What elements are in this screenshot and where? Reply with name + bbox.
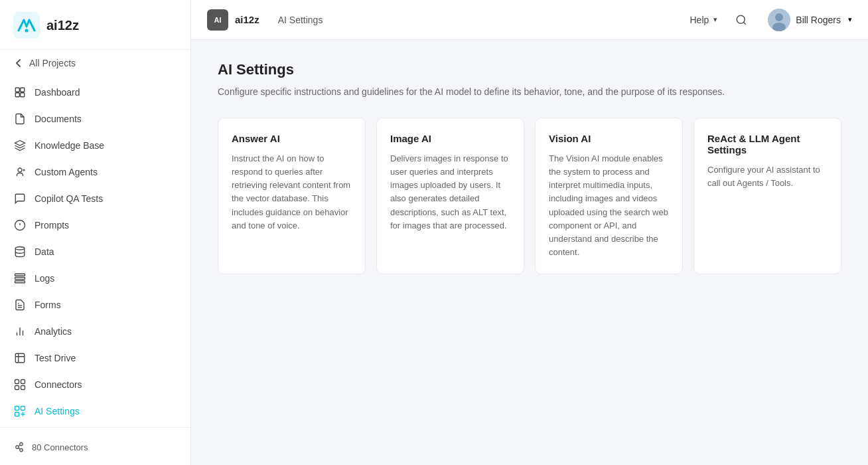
sidebar-item-ai-settings[interactable]: AI Settings [0, 398, 190, 424]
ai12z-logo [13, 12, 40, 39]
ai-settings-label: AI Settings [35, 406, 80, 417]
connectors-footer-icon [13, 441, 25, 453]
main-area: AI ai12z AI Settings Help ▾ Bill Rogers … [191, 0, 868, 465]
react-llm-title: ReAct & LLM Agent Settings [707, 133, 828, 155]
analytics-label: Analytics [35, 326, 72, 337]
forms-icon [13, 298, 27, 312]
image-ai-card[interactable]: Image AI Delivers images in response to … [376, 118, 524, 274]
react-llm-card[interactable]: ReAct & LLM Agent Settings Configure you… [693, 118, 841, 274]
svg-point-1 [25, 29, 29, 33]
svg-rect-25 [15, 386, 19, 390]
data-label: Data [35, 246, 54, 257]
svg-rect-27 [15, 407, 19, 411]
username-label: Bill Rogers [796, 15, 841, 25]
dashboard-icon [13, 86, 27, 99]
svg-rect-4 [15, 93, 19, 97]
custom-agents-label: Custom Agents [35, 167, 98, 177]
image-ai-title: Image AI [390, 133, 510, 144]
sidebar-item-dashboard[interactable]: Dashboard [0, 79, 190, 106]
answer-ai-title: Answer AI [232, 133, 352, 144]
back-label: All Projects [29, 58, 76, 68]
logs-label: Logs [35, 273, 54, 284]
sidebar-item-forms[interactable]: Forms [0, 292, 190, 318]
image-ai-body: Delivers images in response to user quer… [390, 152, 510, 232]
page-description: Configure specific instructions and guid… [218, 85, 762, 99]
knowledge-base-icon [13, 139, 27, 152]
test-drive-icon [13, 351, 27, 365]
svg-rect-16 [15, 281, 25, 283]
sidebar-item-documents[interactable]: Documents [0, 106, 190, 132]
sidebar-item-logs[interactable]: Logs [0, 265, 190, 292]
page-title: AI Settings [218, 61, 841, 78]
svg-rect-26 [21, 386, 25, 390]
search-button[interactable] [729, 8, 753, 32]
sidebar-nav: Dashboard Documents Knowledge Base Custo… [0, 76, 190, 427]
svg-rect-2 [15, 88, 19, 92]
project-name: ai12z [235, 14, 259, 25]
documents-label: Documents [35, 114, 82, 124]
documents-icon [13, 112, 27, 126]
logo-area: ai12z [0, 0, 190, 50]
svg-rect-29 [15, 413, 19, 417]
sidebar-item-custom-agents[interactable]: Custom Agents [0, 159, 190, 185]
svg-rect-24 [21, 380, 25, 384]
ai-settings-icon [13, 405, 27, 418]
topbar: AI ai12z AI Settings Help ▾ Bill Rogers … [191, 0, 868, 40]
data-icon [13, 245, 27, 258]
cards-grid: Answer AI Instruct the AI on how to resp… [218, 118, 841, 274]
vision-ai-title: Vision AI [549, 133, 669, 144]
prompts-icon [13, 219, 27, 232]
sidebar-item-analytics[interactable]: Analytics [0, 318, 190, 345]
answer-ai-card[interactable]: Answer AI Instruct the AI on how to resp… [218, 118, 366, 274]
answer-ai-body: Instruct the AI on how to respond to que… [232, 152, 352, 232]
svg-line-36 [744, 22, 746, 24]
project-badge: AI [207, 9, 228, 31]
topbar-page-name: AI Settings [278, 15, 323, 25]
sidebar: ai12z All Projects Dashboard Documents [0, 0, 191, 465]
sidebar-item-data[interactable]: Data [0, 238, 190, 265]
dashboard-label: Dashboard [35, 87, 80, 98]
copilot-qa-icon [13, 192, 27, 205]
svg-rect-15 [15, 278, 25, 280]
svg-point-7 [18, 168, 22, 172]
help-chevron-icon: ▾ [713, 15, 717, 24]
custom-agents-icon [13, 165, 27, 179]
svg-point-38 [775, 13, 783, 21]
avatar-image [768, 9, 790, 31]
forms-label: Forms [35, 300, 61, 310]
svg-rect-5 [21, 93, 25, 97]
svg-rect-3 [21, 88, 25, 92]
back-to-projects[interactable]: All Projects [0, 50, 190, 76]
sidebar-item-knowledge-base[interactable]: Knowledge Base [0, 132, 190, 159]
copilot-qa-label: Copilot QA Tests [35, 193, 103, 204]
connectors-icon [13, 378, 27, 391]
sidebar-item-connectors[interactable]: Connectors [0, 371, 190, 398]
search-icon [735, 14, 747, 26]
sidebar-item-copilot-qa[interactable]: Copilot QA Tests [0, 185, 190, 212]
svg-line-34 [19, 448, 20, 449]
test-drive-label: Test Drive [35, 353, 76, 363]
svg-rect-23 [15, 380, 19, 384]
user-chevron-icon: ▾ [848, 15, 852, 24]
help-button[interactable]: Help ▾ [690, 15, 718, 25]
logs-icon [13, 272, 27, 285]
svg-point-35 [737, 15, 745, 23]
connectors-count-label: 80 Connectors [32, 442, 88, 452]
svg-rect-14 [15, 274, 25, 276]
vision-ai-body: The Vision AI module enables the system … [549, 152, 669, 259]
connectors-footer-item[interactable]: 80 Connectors [13, 436, 177, 458]
app-name-label: ai12z [46, 18, 79, 33]
vision-ai-card[interactable]: Vision AI The Vision AI module enables t… [535, 118, 683, 274]
connectors-label: Connectors [35, 379, 82, 390]
sidebar-item-test-drive[interactable]: Test Drive [0, 345, 190, 371]
sidebar-item-prompts[interactable]: Prompts [0, 212, 190, 238]
analytics-icon [13, 325, 27, 338]
svg-line-33 [19, 445, 20, 446]
user-menu[interactable]: Bill Rogers ▾ [768, 9, 852, 31]
knowledge-base-label: Knowledge Base [35, 140, 104, 151]
svg-point-13 [15, 247, 25, 250]
page-content: AI Settings Configure specific instructi… [191, 40, 868, 465]
help-label: Help [690, 15, 709, 25]
svg-marker-6 [15, 141, 25, 146]
react-llm-body: Configure your AI assistant to call out … [707, 163, 828, 190]
